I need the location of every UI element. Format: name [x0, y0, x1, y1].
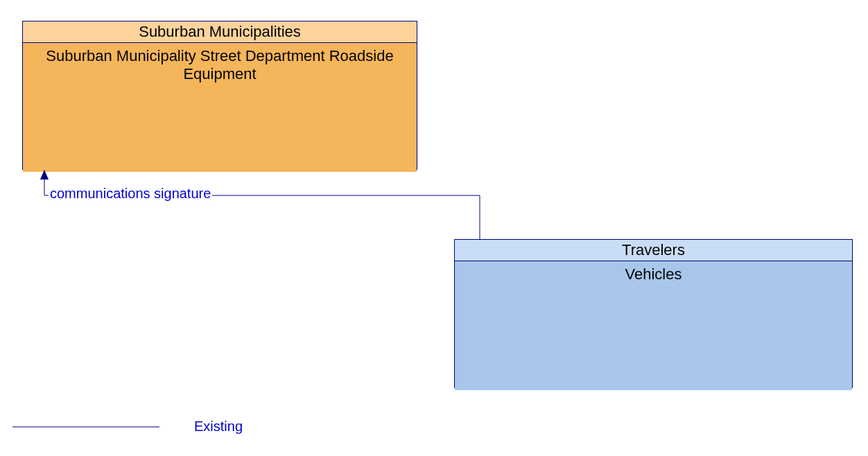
entity-suburban-body: Suburban Municipality Street Department … — [23, 43, 417, 172]
flow-line-communications-signature — [44, 171, 480, 239]
legend-label-existing: Existing — [194, 419, 243, 435]
entity-travelers-header: Travelers — [455, 240, 852, 261]
entity-suburban-header: Suburban Municipalities — [23, 21, 417, 43]
entity-travelers-body: Vehicles — [455, 261, 852, 390]
entity-travelers-vehicles: Travelers Vehicles — [454, 239, 853, 388]
flow-label-communications-signature: communications signature — [49, 186, 212, 202]
entity-suburban-roadside-equipment: Suburban Municipalities Suburban Municip… — [22, 21, 417, 170]
